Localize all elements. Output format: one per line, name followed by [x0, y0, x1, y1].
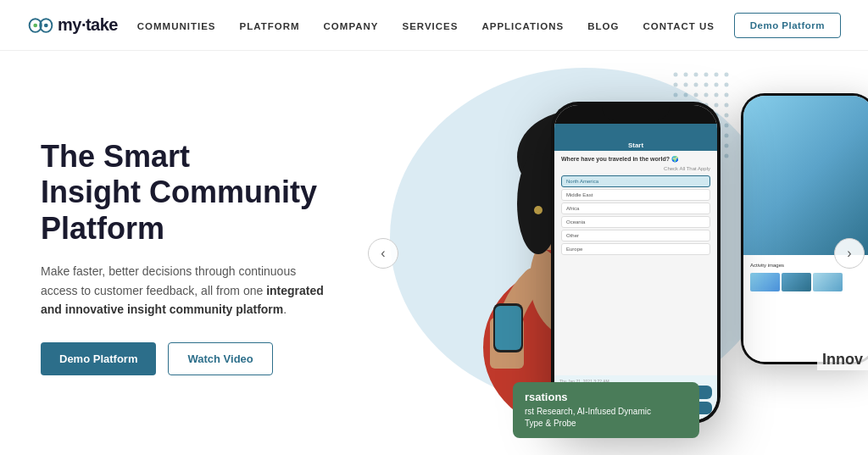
thumbnail-2	[782, 273, 811, 291]
svg-rect-70	[495, 306, 521, 350]
svg-rect-69	[493, 303, 523, 352]
nav-communities[interactable]: COMMUNITIES	[137, 21, 216, 31]
phone-option-1: North America	[561, 175, 710, 187]
phone-check-all: Check All That Apply	[561, 166, 710, 171]
phone-mockup: Start Where have you traveled in the wor…	[551, 102, 721, 424]
watch-video-button[interactable]: Watch Video	[168, 342, 272, 375]
thumbnail-grid	[750, 273, 867, 291]
phone-right-partial: Activity images	[741, 93, 868, 364]
phone-option-2: Middle East	[561, 189, 710, 201]
nav-demo-button[interactable]: Demo Platform	[734, 13, 841, 38]
svg-point-71	[534, 206, 542, 214]
svg-point-21	[725, 93, 729, 97]
demo-platform-button[interactable]: Demo Platform	[41, 342, 156, 375]
svg-point-15	[725, 83, 729, 87]
svg-point-45	[725, 134, 729, 138]
phone-header: Start	[554, 124, 717, 151]
svg-point-39	[725, 124, 729, 128]
logo-icon	[27, 16, 54, 35]
phone-option-6: Europe	[561, 243, 710, 255]
cta-buttons: Demo Platform Watch Video	[41, 342, 331, 375]
nav-contact[interactable]: CONTACT US	[643, 21, 715, 31]
navbar: my·take COMMUNITIES PLATFORM COMPANY SER…	[0, 0, 868, 51]
slide-arrow-right[interactable]: ›	[834, 238, 865, 269]
logo-text: my·take	[58, 15, 118, 35]
nav-menu: COMMUNITIES PLATFORM COMPANY SERVICES AP…	[137, 18, 715, 33]
svg-point-3	[44, 23, 48, 27]
phone-start-button: Start	[628, 141, 643, 149]
svg-point-27	[725, 103, 729, 108]
hero-left-panel: The Smart Insight Community Platform Mak…	[0, 51, 364, 455]
thumbnail-3	[813, 273, 843, 291]
svg-point-9	[725, 73, 729, 77]
hero-headline: The Smart Insight Community Platform	[41, 139, 331, 247]
thumbnail-1	[750, 273, 780, 291]
green-card: rsations rst Research, AI-Infused Dynami…	[513, 382, 699, 438]
phone-option-3: Africa	[561, 203, 710, 214]
phone-right-content: Activity images	[743, 255, 868, 362]
hero-subtext: Make faster, better decisions through co…	[41, 262, 331, 319]
green-card-title: rsations	[525, 391, 687, 403]
phone-survey-content: Where have you traveled in the world? 🌍 …	[554, 151, 717, 375]
innov-label: Innov	[817, 349, 868, 370]
phone-option-5: Other	[561, 230, 710, 241]
phone-screen: Start Where have you traveled in the wor…	[554, 105, 717, 420]
phone-frame: Start Where have you traveled in the wor…	[551, 102, 721, 424]
svg-point-57	[725, 154, 729, 158]
hero-right-panel: Start Where have you traveled in the wor…	[364, 51, 868, 455]
phone-question: Where have you traveled in the world? 🌍	[561, 156, 710, 163]
nav-company[interactable]: COMPANY	[324, 21, 379, 31]
main-content: The Smart Insight Community Platform Mak…	[0, 51, 868, 455]
svg-rect-68	[490, 318, 524, 369]
phone-right-screen: Activity images	[743, 96, 868, 362]
slide-arrow-left[interactable]: ‹	[368, 238, 398, 269]
green-card-subtitle: rst Research, AI-Infused DynamicType & P…	[525, 406, 687, 430]
nav-blog[interactable]: BLOG	[587, 21, 619, 31]
phone-option-4: Oceania	[561, 216, 710, 228]
svg-point-2	[33, 23, 37, 27]
svg-point-33	[725, 114, 729, 118]
logo[interactable]: my·take	[27, 15, 118, 35]
nav-applications[interactable]: APPLICATIONS	[481, 21, 564, 31]
nav-services[interactable]: SERVICES	[402, 21, 458, 31]
phone-right-image	[743, 96, 868, 255]
nav-platform[interactable]: PLATFORM	[240, 21, 300, 31]
chevron-right-icon: ›	[847, 246, 851, 261]
chevron-left-icon: ‹	[381, 246, 385, 261]
svg-point-51	[725, 144, 729, 148]
